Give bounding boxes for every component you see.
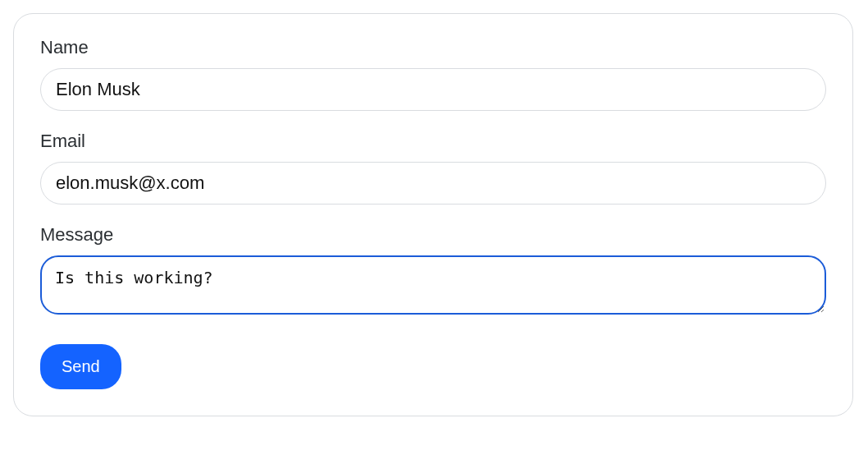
email-field: Email (40, 131, 826, 205)
message-label: Message (40, 224, 826, 246)
email-input[interactable] (40, 162, 826, 205)
message-input[interactable]: Is this working? (40, 255, 826, 315)
message-field: Message Is this working? (40, 224, 826, 318)
name-input[interactable] (40, 68, 826, 111)
email-label: Email (40, 131, 826, 152)
name-field: Name (40, 37, 826, 111)
contact-form-card: Name Email Message Is this working? Send (13, 13, 853, 416)
send-button[interactable]: Send (40, 344, 121, 389)
name-label: Name (40, 37, 826, 58)
